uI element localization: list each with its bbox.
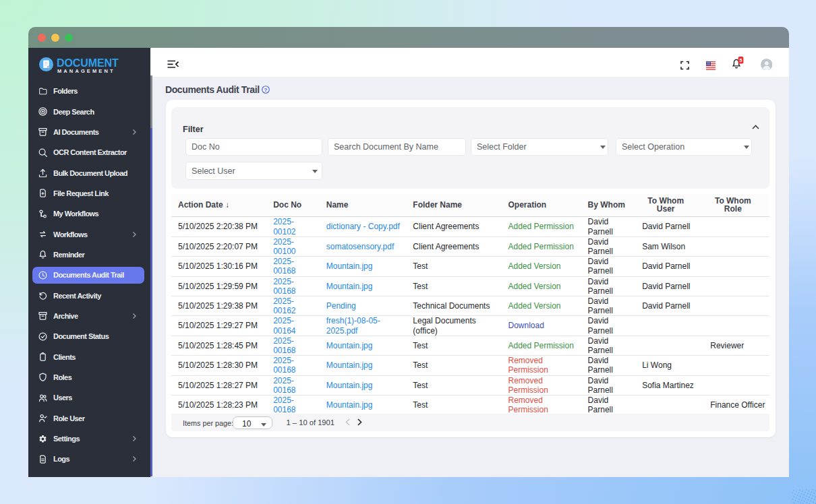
svg-text:5: 5: [739, 58, 742, 63]
svg-text:?: ?: [264, 86, 267, 92]
